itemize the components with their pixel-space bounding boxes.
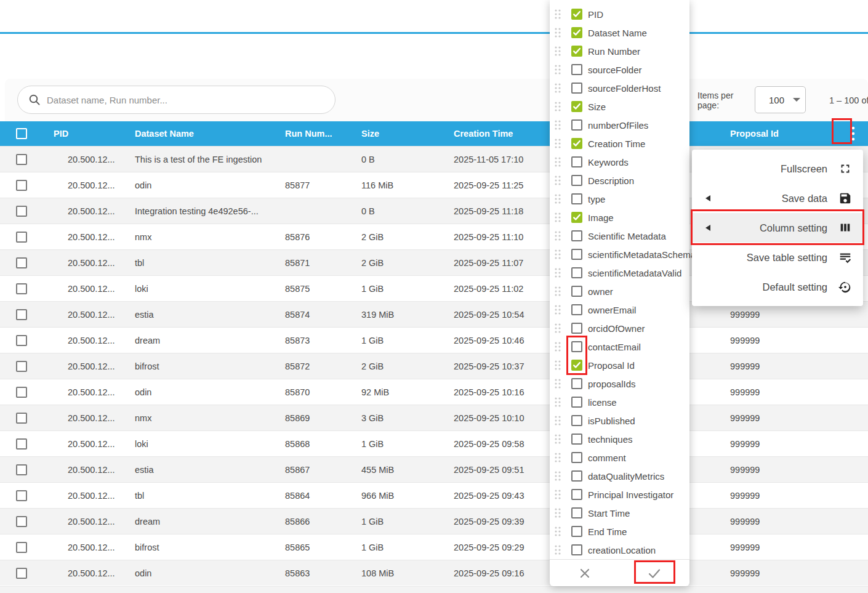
column-checkbox[interactable]	[571, 249, 582, 260]
table-row[interactable]: 20.500.12... estia 85867 455 MiB 2025-09…	[0, 456, 868, 482]
row-checkbox[interactable]	[16, 516, 27, 527]
column-checkbox[interactable]	[571, 101, 582, 112]
drag-handle-icon[interactable]	[554, 156, 561, 167]
column-checkbox[interactable]	[571, 434, 582, 445]
column-header-pid[interactable]: PID	[42, 129, 129, 139]
drag-handle-icon[interactable]	[554, 360, 561, 371]
column-checkbox[interactable]	[571, 415, 582, 426]
column-header-size[interactable]: Size	[356, 129, 448, 139]
drag-handle-icon[interactable]	[554, 101, 561, 112]
row-checkbox[interactable]	[16, 154, 27, 165]
select-all-checkbox[interactable]	[16, 128, 27, 139]
row-checkbox[interactable]	[16, 413, 27, 424]
column-checkbox[interactable]	[571, 175, 582, 186]
drag-handle-icon[interactable]	[554, 27, 561, 38]
menu-item[interactable]: Save data	[692, 184, 863, 213]
table-row[interactable]: 20.500.12... odin 85863 108 MiB 2025-09-…	[0, 560, 868, 586]
drag-handle-icon[interactable]	[554, 64, 561, 75]
drag-handle-icon[interactable]	[554, 397, 561, 408]
menu-item[interactable]: Fullscreen	[692, 154, 863, 184]
drag-handle-icon[interactable]	[554, 452, 561, 463]
drag-handle-icon[interactable]	[554, 304, 561, 315]
row-checkbox[interactable]	[16, 232, 27, 243]
row-checkbox[interactable]	[16, 387, 27, 398]
row-checkbox[interactable]	[16, 283, 27, 294]
drag-handle-icon[interactable]	[554, 415, 561, 426]
column-checkbox[interactable]	[571, 138, 582, 149]
drag-handle-icon[interactable]	[554, 230, 561, 241]
row-checkbox[interactable]	[16, 309, 27, 320]
table-row[interactable]: 20.500.12... dream 85873 1 GiB 2025-09-2…	[0, 327, 868, 353]
column-header-run-number[interactable]: Run Num...	[279, 129, 356, 139]
drag-handle-icon[interactable]	[554, 544, 561, 555]
cancel-button[interactable]	[550, 567, 619, 580]
table-row[interactable]: 20.500.12... nmx 85869 3 GiB 2025-09-25 …	[0, 405, 868, 430]
row-checkbox[interactable]	[16, 438, 27, 450]
table-row[interactable]: 20.500.12... tbl 85864 966 MiB 2025-09-2…	[0, 482, 868, 508]
table-row[interactable]: 20.500.12... bifrost 85872 2 GiB 2025-09…	[0, 353, 868, 379]
menu-item[interactable]: Save table setting	[692, 243, 863, 272]
column-checkbox[interactable]	[571, 378, 582, 389]
column-checkbox[interactable]	[571, 489, 582, 500]
column-checkbox[interactable]	[571, 526, 582, 537]
column-header-proposal-id[interactable]: Proposal Id	[730, 129, 838, 139]
column-checkbox[interactable]	[571, 27, 582, 38]
table-row[interactable]: 20.500.12... loki 85868 1 GiB 2025-09-25…	[0, 430, 868, 456]
row-checkbox[interactable]	[16, 206, 27, 217]
drag-handle-icon[interactable]	[554, 193, 561, 204]
drag-handle-icon[interactable]	[554, 119, 561, 131]
column-checkbox[interactable]	[571, 267, 582, 278]
drag-handle-icon[interactable]	[554, 175, 561, 186]
column-header-creation-time[interactable]: Creation Time	[448, 129, 553, 139]
row-checkbox[interactable]	[16, 361, 27, 372]
column-checkbox[interactable]	[571, 212, 582, 223]
items-per-page-select[interactable]: 100	[755, 86, 806, 113]
search-input[interactable]	[47, 95, 335, 105]
drag-handle-icon[interactable]	[554, 341, 561, 352]
row-checkbox[interactable]	[16, 257, 27, 268]
column-checkbox[interactable]	[571, 507, 582, 518]
drag-handle-icon[interactable]	[554, 286, 561, 297]
row-checkbox[interactable]	[16, 568, 27, 579]
row-checkbox[interactable]	[16, 180, 27, 191]
kebab-menu-icon[interactable]	[851, 125, 856, 142]
row-checkbox[interactable]	[16, 464, 27, 475]
column-checkbox[interactable]	[571, 544, 582, 555]
row-checkbox[interactable]	[16, 335, 27, 346]
table-row[interactable]: 20.500.12... bifrost 85865 1 GiB 2025-09…	[0, 534, 868, 560]
column-checkbox[interactable]	[571, 193, 582, 204]
column-checkbox[interactable]	[571, 286, 582, 297]
row-checkbox[interactable]	[16, 490, 27, 501]
column-checkbox[interactable]	[571, 156, 582, 167]
drag-handle-icon[interactable]	[554, 470, 561, 482]
column-checkbox[interactable]	[571, 230, 582, 241]
drag-handle-icon[interactable]	[554, 434, 561, 445]
column-checkbox[interactable]	[571, 64, 582, 75]
column-header-dataset-name[interactable]: Dataset Name	[129, 129, 279, 139]
column-checkbox[interactable]	[571, 452, 582, 463]
column-checkbox[interactable]	[571, 46, 582, 57]
confirm-button[interactable]	[619, 567, 689, 580]
drag-handle-icon[interactable]	[554, 46, 561, 57]
row-checkbox[interactable]	[16, 542, 27, 553]
drag-handle-icon[interactable]	[554, 267, 561, 278]
drag-handle-icon[interactable]	[554, 507, 561, 518]
column-checkbox[interactable]	[571, 397, 582, 408]
table-row[interactable]: 20.500.12... odin 85870 92 MiB 2025-09-2…	[0, 379, 868, 405]
drag-handle-icon[interactable]	[554, 83, 561, 94]
column-checkbox[interactable]	[571, 83, 582, 94]
drag-handle-icon[interactable]	[554, 323, 561, 334]
drag-handle-icon[interactable]	[554, 138, 561, 149]
column-checkbox[interactable]	[571, 360, 582, 371]
menu-item[interactable]: Column setting	[692, 213, 863, 243]
column-checkbox[interactable]	[571, 470, 582, 482]
column-checkbox[interactable]	[571, 304, 582, 315]
drag-handle-icon[interactable]	[554, 489, 561, 500]
drag-handle-icon[interactable]	[554, 249, 561, 260]
menu-item[interactable]: Default setting	[692, 272, 863, 302]
search-box[interactable]	[17, 86, 336, 114]
column-checkbox[interactable]	[571, 119, 582, 131]
column-checkbox[interactable]	[571, 9, 582, 20]
table-row[interactable]: 20.500.12... dream 85866 1 GiB 2025-09-2…	[0, 508, 868, 534]
drag-handle-icon[interactable]	[554, 526, 561, 537]
